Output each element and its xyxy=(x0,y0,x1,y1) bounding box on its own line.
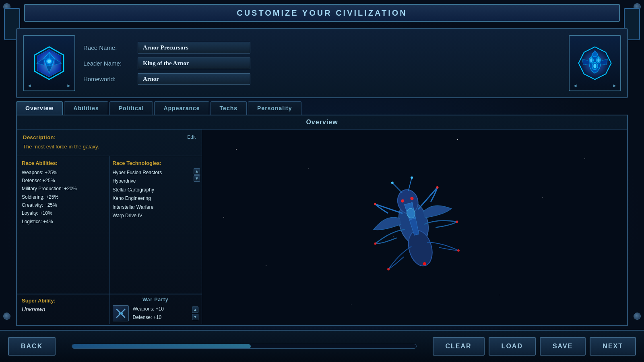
tab-political[interactable]: Political xyxy=(109,101,153,115)
emblem-left: ◄ ► xyxy=(23,35,75,91)
tech-hyper-fusion: Hyper Fusion Reactors xyxy=(113,169,199,177)
description-text: The most evil force in the galaxy. xyxy=(23,143,196,151)
panel-left: Description: The most evil force in the … xyxy=(17,130,202,324)
svg-point-3 xyxy=(47,60,51,63)
ability-loyalty: Loyalty: +10% xyxy=(22,209,104,217)
war-party-content: Weapons: +10 Defense: +10 ▲ ▼ xyxy=(113,305,199,321)
ship-display-panel xyxy=(202,130,627,324)
emblem-right: ◄ ► xyxy=(569,35,621,91)
ability-weapons: Weapons: +25% xyxy=(22,169,104,177)
screw-br xyxy=(634,313,641,320)
super-ability-value: Unknown xyxy=(22,306,104,313)
war-party-scroll-buttons: ▲ ▼ xyxy=(192,306,198,320)
homeworld-value[interactable]: Arnor xyxy=(138,73,250,85)
super-ability-section: Super Ability: Unknown xyxy=(17,294,109,324)
war-party-section: War Party xyxy=(109,294,202,324)
war-party-stats: Weapons: +10 Defense: +10 xyxy=(133,305,188,321)
svg-point-10 xyxy=(593,64,596,68)
tab-techs[interactable]: Techs xyxy=(211,101,247,115)
clear-button[interactable]: Clear xyxy=(433,337,485,356)
race-name-label: Race Name: xyxy=(83,44,132,51)
ability-soldiering: Soldiering: +25% xyxy=(22,193,104,201)
tab-overview[interactable]: Overview xyxy=(16,101,63,115)
title-bar: Customize Your Civilization xyxy=(24,4,620,22)
war-party-label: War Party xyxy=(113,297,199,302)
leader-name-row: Leader Name: King of the Arnor xyxy=(83,58,561,69)
tech-xeno-eng: Xeno Engineering xyxy=(113,194,199,203)
progress-bar-fill xyxy=(72,344,251,348)
panel-body: Description: The most evil force in the … xyxy=(17,130,627,324)
svg-point-8 xyxy=(597,58,599,62)
emblem-left-prev[interactable]: ◄ xyxy=(25,82,33,89)
war-party-defense: Defense: +10 xyxy=(133,313,188,321)
load-button[interactable]: Load xyxy=(489,337,536,356)
progress-bar-container xyxy=(72,344,416,349)
emblem-right-next[interactable]: ► xyxy=(611,82,619,89)
back-button[interactable]: Back xyxy=(8,337,56,356)
svg-line-28 xyxy=(405,177,415,191)
leader-name-label: Leader Name: xyxy=(83,60,132,67)
panel-title: Overview xyxy=(17,115,627,130)
homeworld-row: Homeworld: Arnor xyxy=(83,73,561,85)
tech-scroll-up[interactable]: ▲ xyxy=(194,168,200,175)
leader-name-value[interactable]: King of the Arnor xyxy=(138,58,250,69)
tech-scroll-down[interactable]: ▼ xyxy=(194,175,200,182)
tech-scroll-buttons: ▲ ▼ xyxy=(194,168,200,182)
bottom-bar: Back Clear Load Save Next xyxy=(0,330,644,362)
tech-stellar-cart: Stellar Cartography xyxy=(113,186,199,195)
svg-rect-13 xyxy=(118,313,123,314)
ability-defense: Defense: +25% xyxy=(22,177,104,185)
tech-warp-drive: Warp Drive IV xyxy=(113,212,199,220)
tabs-container: Overview Abilities Political Appearance … xyxy=(16,101,628,115)
main-content: ◄ ► Race Name: Arnor Precursors Leader N… xyxy=(16,28,628,326)
war-party-scroll-down[interactable]: ▼ xyxy=(192,314,198,320)
tab-personality[interactable]: Personality xyxy=(248,101,301,115)
next-button[interactable]: Next xyxy=(590,337,636,356)
war-super-row: Super Ability: Unknown War Party xyxy=(17,294,202,324)
race-name-row: Race Name: Arnor Precursors xyxy=(83,42,561,53)
svg-point-24 xyxy=(457,249,460,252)
edit-button[interactable]: Edit xyxy=(187,134,196,140)
race-name-value[interactable]: Arnor Precursors xyxy=(138,42,250,53)
homeworld-label: Homeworld: xyxy=(83,76,132,82)
page-title: Customize Your Civilization xyxy=(237,8,407,18)
technologies-label: Race Technologies: xyxy=(113,160,199,166)
war-party-icon xyxy=(113,305,129,321)
ability-creativity: Creativity: +25% xyxy=(22,201,104,209)
ability-logistics: Logistics: +4% xyxy=(22,218,104,226)
technologies-list: Hyper Fusion Reactors Hyperdrive Stellar… xyxy=(113,169,199,221)
emblem-left-next[interactable]: ► xyxy=(65,82,73,89)
war-party-weapons: Weapons: +10 xyxy=(133,305,188,313)
war-party-scroll-up[interactable]: ▲ xyxy=(192,306,198,313)
ship-illustration xyxy=(202,130,627,324)
svg-point-30 xyxy=(410,176,413,179)
tab-appearance[interactable]: Appearance xyxy=(154,101,209,115)
race-info-panel: ◄ ► Race Name: Arnor Precursors Leader N… xyxy=(16,28,628,98)
tech-hyperdrive: Hyperdrive xyxy=(113,177,199,186)
tabs-and-content: Overview Abilities Political Appearance … xyxy=(16,101,628,326)
abilities-list: Weapons: +25% Defense: +25% Military Pro… xyxy=(22,169,104,226)
emblem-right-prev[interactable]: ◄ xyxy=(571,82,579,89)
abilities-tech-section: Race Abilities: Weapons: +25% Defense: +… xyxy=(17,156,202,294)
ability-mil-prod: Military Production: +20% xyxy=(22,185,104,193)
save-button[interactable]: Save xyxy=(540,337,586,356)
content-panel: Overview Description: The most evil forc… xyxy=(16,115,628,326)
tab-abilities[interactable]: Abilities xyxy=(64,101,108,115)
abilities-label: Race Abilities: xyxy=(22,160,104,166)
super-ability-label: Super Ability: xyxy=(22,298,104,304)
svg-point-7 xyxy=(590,58,592,62)
race-fields: Race Name: Arnor Precursors Leader Name:… xyxy=(83,42,561,85)
race-emblem-right xyxy=(577,45,613,81)
technologies-column: Race Technologies: Hyper Fusion Reactors… xyxy=(109,156,202,294)
screw-bl xyxy=(3,313,10,320)
description-section: Description: The most evil force in the … xyxy=(17,130,202,156)
race-emblem-left xyxy=(31,45,67,81)
tech-interstellar: Interstellar Warfare xyxy=(113,203,199,212)
description-label: Description: xyxy=(23,134,196,140)
abilities-column: Race Abilities: Weapons: +25% Defense: +… xyxy=(17,156,109,294)
